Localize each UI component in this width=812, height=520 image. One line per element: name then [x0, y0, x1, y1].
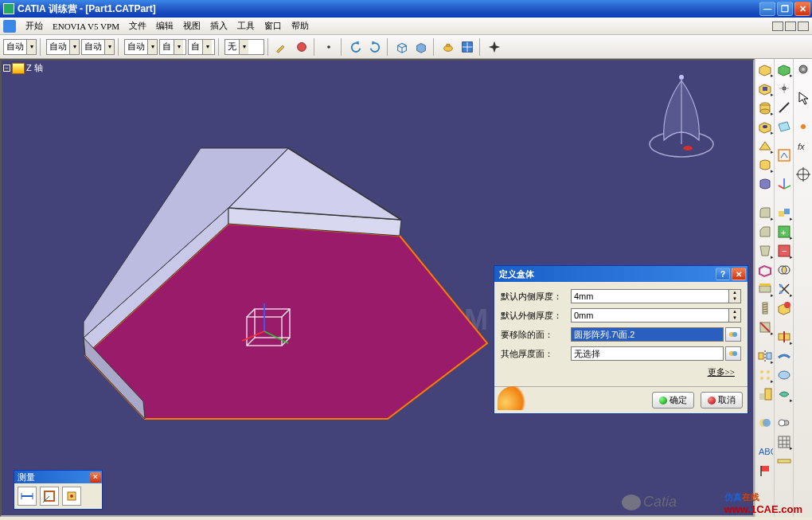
- tree-expand-icon[interactable]: −: [3, 65, 10, 72]
- target-icon[interactable]: [794, 166, 812, 183]
- palette-close-button[interactable]: ✕: [90, 472, 101, 483]
- menu-file[interactable]: 文件: [124, 18, 151, 33]
- plane-tool-icon[interactable]: [775, 118, 793, 135]
- pattern-icon[interactable]: [756, 366, 774, 384]
- faces-remove-picker-icon[interactable]: [725, 327, 741, 342]
- dot-icon[interactable]: [320, 38, 338, 56]
- cube-solid-icon[interactable]: [412, 38, 430, 56]
- point-tool-icon[interactable]: [775, 80, 793, 97]
- constraint-toggle-icon[interactable]: [775, 414, 793, 432]
- axis-system-icon[interactable]: [775, 175, 793, 193]
- toolbar-select-1[interactable]: 自动: [3, 39, 37, 55]
- trim-icon[interactable]: [775, 280, 793, 298]
- abc-annotation-icon[interactable]: ABC: [756, 443, 774, 460]
- mirror-icon[interactable]: [756, 347, 774, 365]
- assemble-icon[interactable]: [775, 204, 793, 221]
- thick-surface-icon[interactable]: [775, 347, 793, 365]
- tree-axis-label[interactable]: Z 轴: [26, 62, 43, 74]
- grid-toggle-icon[interactable]: [775, 433, 793, 451]
- draft-icon[interactable]: [756, 242, 774, 260]
- doc-close-button[interactable]: [798, 22, 809, 31]
- palette-titlebar[interactable]: 测量 ✕: [14, 471, 102, 483]
- other-thickness-picker-icon[interactable]: [725, 346, 741, 361]
- brush-icon[interactable]: [274, 38, 291, 56]
- dialog-close-button[interactable]: ✕: [732, 268, 746, 280]
- pad-icon[interactable]: [756, 61, 774, 78]
- view-compass[interactable]: [642, 68, 721, 164]
- boolean-icon[interactable]: [756, 414, 774, 432]
- intersect-icon[interactable]: [775, 261, 793, 279]
- menu-help[interactable]: 帮助: [287, 18, 314, 33]
- measure-between-icon[interactable]: [18, 487, 37, 506]
- spec-tree-fragment[interactable]: − Z 轴: [3, 62, 43, 74]
- close-surface-icon[interactable]: [775, 366, 793, 384]
- toolbar-select-none[interactable]: 无: [224, 39, 264, 55]
- catia-menu-icon[interactable]: [3, 20, 16, 33]
- measure-item-icon[interactable]: [40, 487, 59, 506]
- hole-icon[interactable]: [756, 118, 774, 135]
- pocket-icon[interactable]: [756, 80, 774, 97]
- cube-wire-icon[interactable]: [393, 38, 411, 56]
- menu-edit[interactable]: 编辑: [151, 18, 178, 33]
- remove-face-icon[interactable]: [756, 319, 774, 336]
- menu-insert[interactable]: 插入: [205, 18, 232, 33]
- flag-icon[interactable]: [756, 462, 774, 479]
- toolbar-select-6[interactable]: 自: [188, 39, 215, 55]
- line-tool-icon[interactable]: [775, 99, 793, 116]
- remove-multi-icon[interactable]: [756, 175, 774, 193]
- thickness-icon[interactable]: [756, 280, 774, 298]
- menu-view[interactable]: 视图: [178, 18, 205, 33]
- toolbar-select-2[interactable]: 自动: [46, 39, 80, 55]
- sparkle-icon[interactable]: [486, 38, 503, 56]
- paint-icon[interactable]: [293, 38, 310, 56]
- teapot-icon[interactable]: [439, 38, 457, 56]
- cancel-button[interactable]: 取消: [701, 392, 743, 409]
- menu-enovia[interactable]: ENOVIA V5 VPM: [48, 20, 124, 33]
- minimize-button[interactable]: —: [759, 2, 775, 16]
- sketch-icon[interactable]: [775, 147, 793, 164]
- formula-icon[interactable]: fx: [794, 137, 812, 154]
- maximize-button[interactable]: ❐: [777, 2, 793, 16]
- dialog-titlebar[interactable]: 定义盒体 ? ✕: [494, 266, 748, 282]
- doc-minimize-button[interactable]: [772, 22, 783, 31]
- thread-icon[interactable]: [756, 299, 774, 317]
- ok-button[interactable]: 确定: [652, 392, 694, 409]
- orange-dot-icon[interactable]: [794, 118, 812, 135]
- chamfer-icon[interactable]: [756, 223, 774, 240]
- measure-toggle-icon[interactable]: [775, 452, 793, 470]
- arrow-cursor-icon[interactable]: [794, 89, 812, 107]
- split-icon[interactable]: [775, 328, 793, 346]
- grid-mesh-icon[interactable]: [459, 38, 476, 56]
- sew-icon[interactable]: [775, 385, 793, 403]
- shell-icon[interactable]: [756, 261, 774, 279]
- add-icon[interactable]: +: [775, 223, 793, 240]
- doc-restore-button[interactable]: [785, 22, 796, 31]
- dialog-help-button[interactable]: ?: [716, 268, 730, 280]
- redo-icon[interactable]: [366, 38, 384, 56]
- part-model[interactable]: [25, 100, 543, 498]
- menu-start[interactable]: 开始: [21, 18, 48, 33]
- inner-thickness-input[interactable]: 4mm: [571, 289, 729, 303]
- rib-icon[interactable]: [756, 137, 774, 154]
- toolbar-select-5[interactable]: 自: [159, 39, 186, 55]
- menu-window[interactable]: 窗口: [260, 18, 287, 33]
- multi-section-icon[interactable]: [756, 156, 774, 174]
- scale-icon[interactable]: [756, 385, 774, 403]
- inner-thickness-spinner[interactable]: ▲▼: [728, 289, 741, 303]
- close-button[interactable]: ✕: [794, 2, 810, 16]
- toolbar-select-4[interactable]: 自动: [124, 39, 158, 55]
- remove-icon[interactable]: −: [775, 242, 793, 260]
- toolbar-select-3[interactable]: 自动: [81, 39, 115, 55]
- menu-tools[interactable]: 工具: [232, 18, 260, 33]
- outer-thickness-input[interactable]: 0mm: [571, 308, 729, 323]
- measure-inertia-icon[interactable]: [62, 487, 81, 506]
- outer-thickness-spinner[interactable]: ▲▼: [728, 308, 741, 323]
- fillet-icon[interactable]: [756, 204, 774, 221]
- shaft-icon[interactable]: [756, 99, 774, 116]
- measure-palette[interactable]: 测量 ✕: [14, 470, 103, 510]
- undo-icon[interactable]: [347, 38, 365, 56]
- faces-to-remove-input[interactable]: 圆形阵列.7\面.2: [571, 327, 724, 342]
- gear-icon[interactable]: [794, 61, 812, 78]
- dialog-more-link[interactable]: 更多>>: [708, 367, 735, 377]
- remove-lump-icon[interactable]: [775, 299, 793, 317]
